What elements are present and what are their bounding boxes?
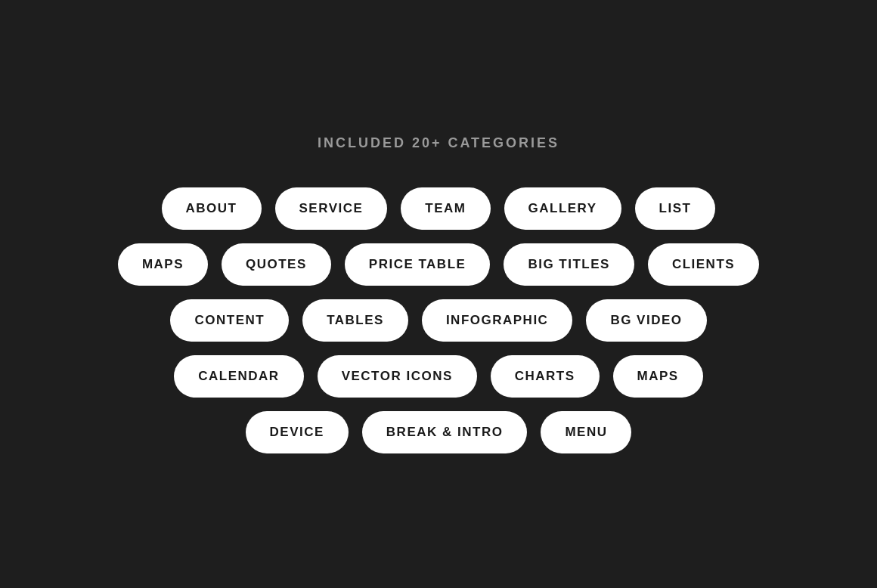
tag-calendar[interactable]: CALENDAR <box>174 355 303 398</box>
tag-menu[interactable]: MENU <box>541 411 631 453</box>
category-row-row5: DEVICEBREAK & INTROMENU <box>246 411 632 453</box>
category-row-row4: CALENDARVECTOR ICONSCHARTSMAPS <box>174 355 702 398</box>
tag-content[interactable]: CONTENT <box>170 299 289 342</box>
tag-tables[interactable]: TABLES <box>302 299 408 342</box>
category-row-row1: ABOUTSERVICETEAMGALLERYLIST <box>162 187 716 230</box>
tag-clients[interactable]: CLIENTS <box>648 243 759 286</box>
tag-service[interactable]: SERVICE <box>275 187 388 230</box>
category-row-row2: MAPSQUOTESPRICE TABLEBIG TITLESCLIENTS <box>118 243 759 286</box>
tag-about[interactable]: ABOUT <box>162 187 262 230</box>
categories-container: ABOUTSERVICETEAMGALLERYLISTMAPSQUOTESPRI… <box>118 187 759 453</box>
tag-gallery[interactable]: GALLERY <box>504 187 621 230</box>
tag-maps1[interactable]: MAPS <box>118 243 208 286</box>
category-row-row3: CONTENTTABLESINFOGRAPHICBG VIDEO <box>170 299 706 342</box>
tag-charts[interactable]: CHARTS <box>491 355 600 398</box>
section-title: INCLUDED 20+ CATEGORIES <box>318 135 559 151</box>
tag-vector-icons[interactable]: VECTOR ICONS <box>318 355 477 398</box>
tag-bg-video[interactable]: BG VIDEO <box>586 299 706 342</box>
tag-quotes[interactable]: QUOTES <box>222 243 331 286</box>
tag-price-table[interactable]: PRICE TABLE <box>345 243 491 286</box>
tag-device[interactable]: DEVICE <box>246 411 349 453</box>
tag-big-titles[interactable]: BIG TITLES <box>504 243 634 286</box>
tag-team[interactable]: TEAM <box>401 187 490 230</box>
tag-break-intro[interactable]: BREAK & INTRO <box>362 411 528 453</box>
tag-infographic[interactable]: INFOGRAPHIC <box>422 299 573 342</box>
tag-maps2[interactable]: MAPS <box>613 355 703 398</box>
tag-list[interactable]: LIST <box>635 187 716 230</box>
